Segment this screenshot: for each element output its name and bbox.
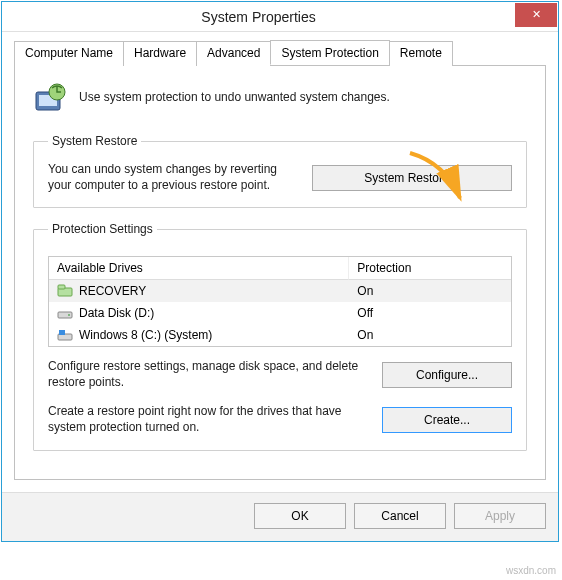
protection-status: On <box>349 282 511 300</box>
svg-rect-8 <box>59 330 65 335</box>
table-row[interactable]: RECOVERY On <box>49 280 511 302</box>
create-text: Create a restore point right now for the… <box>48 404 368 435</box>
ok-button[interactable]: OK <box>254 503 346 529</box>
watermark: wsxdn.com <box>506 565 556 576</box>
tab-system-protection[interactable]: System Protection <box>270 40 389 65</box>
svg-rect-4 <box>58 285 65 289</box>
intro-row: Use system protection to undo unwanted s… <box>33 80 527 116</box>
tab-remote[interactable]: Remote <box>389 41 453 66</box>
system-restore-button[interactable]: System Restore... <box>312 165 512 191</box>
system-restore-group: System Restore You can undo system chang… <box>33 134 527 208</box>
drives-table[interactable]: Available Drives Protection RECOVERY On <box>48 256 512 347</box>
col-available-drives[interactable]: Available Drives <box>49 257 349 280</box>
tab-computer-name[interactable]: Computer Name <box>14 41 124 66</box>
col-protection[interactable]: Protection <box>349 257 511 280</box>
table-row[interactable]: Data Disk (D:) Off <box>49 302 511 324</box>
close-icon: ✕ <box>532 8 541 21</box>
system-properties-window: System Properties ✕ Computer Name Hardwa… <box>1 1 559 542</box>
cancel-button[interactable]: Cancel <box>354 503 446 529</box>
table-row[interactable]: Windows 8 (C:) (System) On <box>49 324 511 346</box>
protection-settings-legend: Protection Settings <box>48 222 157 236</box>
close-button[interactable]: ✕ <box>515 3 557 27</box>
svg-point-6 <box>68 314 70 316</box>
tab-advanced[interactable]: Advanced <box>196 41 271 66</box>
configure-button[interactable]: Configure... <box>382 362 512 388</box>
system-restore-legend: System Restore <box>48 134 141 148</box>
configure-text: Configure restore settings, manage disk … <box>48 359 368 390</box>
titlebar: System Properties ✕ <box>2 2 558 32</box>
tab-body: Use system protection to undo unwanted s… <box>14 66 546 480</box>
create-button[interactable]: Create... <box>382 407 512 433</box>
protection-settings-group: Protection Settings Available Drives Pro… <box>33 222 527 450</box>
intro-text: Use system protection to undo unwanted s… <box>79 90 527 106</box>
protection-status: Off <box>349 304 511 322</box>
apply-button: Apply <box>454 503 546 529</box>
dialog-footer: OK Cancel Apply <box>2 492 558 541</box>
drive-name: Data Disk (D:) <box>79 306 154 320</box>
table-header: Available Drives Protection <box>49 257 511 280</box>
tabs: Computer Name Hardware Advanced System P… <box>14 40 546 66</box>
protection-status: On <box>349 326 511 344</box>
drive-name: Windows 8 (C:) (System) <box>79 328 212 342</box>
content-area: Computer Name Hardware Advanced System P… <box>2 32 558 492</box>
tab-hardware[interactable]: Hardware <box>123 41 197 66</box>
window-title: System Properties <box>2 9 515 25</box>
drive-icon <box>57 306 73 320</box>
system-restore-text: You can undo system changes by reverting… <box>48 162 298 193</box>
drive-icon <box>57 328 73 342</box>
drive-name: RECOVERY <box>79 284 146 298</box>
drive-icon <box>57 284 73 298</box>
system-protection-icon <box>33 80 69 116</box>
